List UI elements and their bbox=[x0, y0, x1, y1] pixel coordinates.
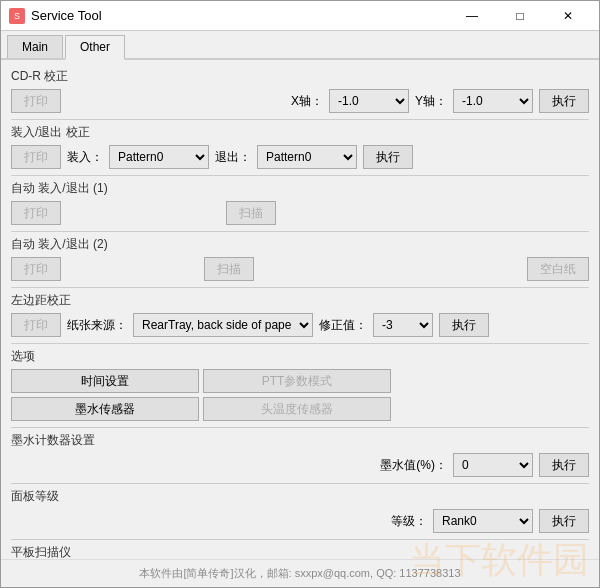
ink-counter-section: 墨水计数器设置 墨水值(%)： 0 执行 bbox=[11, 432, 589, 477]
auto1-row: 打印 扫描 bbox=[11, 201, 589, 225]
eject-label: 退出： bbox=[215, 149, 251, 166]
auto1-scan-button[interactable]: 扫描 bbox=[226, 201, 276, 225]
footer: 本软件由[简单传奇]汉化，邮箱: sxxpx@qq.com, QQ: 11377… bbox=[1, 559, 599, 587]
auto2-title: 自动 装入/退出 (2) bbox=[11, 236, 589, 253]
load-eject-exec-button[interactable]: 执行 bbox=[363, 145, 413, 169]
cdr-row: 打印 X轴： -1.0 Y轴： -1.0 执行 bbox=[11, 89, 589, 113]
cdr-section: CD-R 校正 打印 X轴： -1.0 Y轴： -1.0 执行 bbox=[11, 68, 589, 113]
correction-label: 修正值： bbox=[319, 317, 367, 334]
ink-sensor-button[interactable]: 墨水传感器 bbox=[11, 397, 199, 421]
minimize-button[interactable]: — bbox=[449, 4, 495, 28]
left-margin-title: 左边距校正 bbox=[11, 292, 589, 309]
load-eject-row: 打印 装入： Pattern0 退出： Pattern0 执行 bbox=[11, 145, 589, 169]
options-title: 选项 bbox=[11, 348, 589, 365]
load-eject-title: 装入/退出 校正 bbox=[11, 124, 589, 141]
ink-counter-row: 墨水值(%)： 0 执行 bbox=[11, 453, 589, 477]
scanner-title: 平板扫描仪 bbox=[11, 544, 589, 559]
cdr-x-label: X轴： bbox=[291, 93, 323, 110]
load-eject-section: 装入/退出 校正 打印 装入： Pattern0 退出： Pattern0 执行 bbox=[11, 124, 589, 169]
left-margin-print-button[interactable]: 打印 bbox=[11, 313, 61, 337]
main-window: S Service Tool — □ ✕ Main Other CD-R 校正 … bbox=[0, 0, 600, 588]
cdr-y-label: Y轴： bbox=[415, 93, 447, 110]
maximize-button[interactable]: □ bbox=[497, 4, 543, 28]
content-area: CD-R 校正 打印 X轴： -1.0 Y轴： -1.0 执行 装入/退出 校正… bbox=[1, 60, 599, 559]
tab-bar: Main Other bbox=[1, 31, 599, 60]
time-settings-button[interactable]: 时间设置 bbox=[11, 369, 199, 393]
load-eject-print-button[interactable]: 打印 bbox=[11, 145, 61, 169]
load-select[interactable]: Pattern0 bbox=[109, 145, 209, 169]
cdr-exec-button[interactable]: 执行 bbox=[539, 89, 589, 113]
window-title: Service Tool bbox=[31, 8, 449, 23]
ptt-button[interactable]: PTT参数模式 bbox=[203, 369, 391, 393]
title-bar: S Service Tool — □ ✕ bbox=[1, 1, 599, 31]
ink-value-select[interactable]: 0 bbox=[453, 453, 533, 477]
grade-select[interactable]: Rank0 bbox=[433, 509, 533, 533]
panel-grade-section: 面板等级 等级： Rank0 执行 bbox=[11, 488, 589, 533]
left-margin-row: 打印 纸张来源： RearTray, back side of paper 修正… bbox=[11, 313, 589, 337]
footer-text: 本软件由[简单传奇]汉化，邮箱: sxxpx@qq.com, QQ: 11377… bbox=[139, 567, 460, 579]
panel-grade-row: 等级： Rank0 执行 bbox=[11, 509, 589, 533]
panel-grade-exec-button[interactable]: 执行 bbox=[539, 509, 589, 533]
correction-select[interactable]: -3 bbox=[373, 313, 433, 337]
left-margin-section: 左边距校正 打印 纸张来源： RearTray, back side of pa… bbox=[11, 292, 589, 337]
scanner-section: 平板扫描仪 bbox=[11, 544, 589, 559]
auto1-section: 自动 装入/退出 (1) 打印 扫描 bbox=[11, 180, 589, 225]
paper-source-select[interactable]: RearTray, back side of paper bbox=[133, 313, 313, 337]
cdr-print-button[interactable]: 打印 bbox=[11, 89, 61, 113]
close-button[interactable]: ✕ bbox=[545, 4, 591, 28]
auto1-title: 自动 装入/退出 (1) bbox=[11, 180, 589, 197]
ink-counter-title: 墨水计数器设置 bbox=[11, 432, 589, 449]
options-section: 选项 时间设置 PTT参数模式 墨水传感器 头温度传感器 bbox=[11, 348, 589, 421]
panel-grade-title: 面板等级 bbox=[11, 488, 589, 505]
auto1-print-button[interactable]: 打印 bbox=[11, 201, 61, 225]
cdr-x-select[interactable]: -1.0 bbox=[329, 89, 409, 113]
cdr-title: CD-R 校正 bbox=[11, 68, 589, 85]
eject-select[interactable]: Pattern0 bbox=[257, 145, 357, 169]
app-icon: S bbox=[9, 8, 25, 24]
auto2-scan-button[interactable]: 扫描 bbox=[204, 257, 254, 281]
auto2-blank-button[interactable]: 空白纸 bbox=[527, 257, 589, 281]
auto2-print-button[interactable]: 打印 bbox=[11, 257, 61, 281]
load-label: 装入： bbox=[67, 149, 103, 166]
auto2-section: 自动 装入/退出 (2) 打印 扫描 空白纸 bbox=[11, 236, 589, 281]
left-margin-exec-button[interactable]: 执行 bbox=[439, 313, 489, 337]
tab-main[interactable]: Main bbox=[7, 35, 63, 58]
window-controls: — □ ✕ bbox=[449, 4, 591, 28]
auto2-row: 打印 扫描 空白纸 bbox=[11, 257, 589, 281]
grade-label: 等级： bbox=[391, 513, 427, 530]
ink-counter-exec-button[interactable]: 执行 bbox=[539, 453, 589, 477]
cdr-y-select[interactable]: -1.0 bbox=[453, 89, 533, 113]
paper-source-label: 纸张来源： bbox=[67, 317, 127, 334]
tab-other[interactable]: Other bbox=[65, 35, 125, 60]
ink-value-label: 墨水值(%)： bbox=[380, 457, 447, 474]
options-grid: 时间设置 PTT参数模式 墨水传感器 头温度传感器 bbox=[11, 369, 391, 421]
head-temp-button[interactable]: 头温度传感器 bbox=[203, 397, 391, 421]
